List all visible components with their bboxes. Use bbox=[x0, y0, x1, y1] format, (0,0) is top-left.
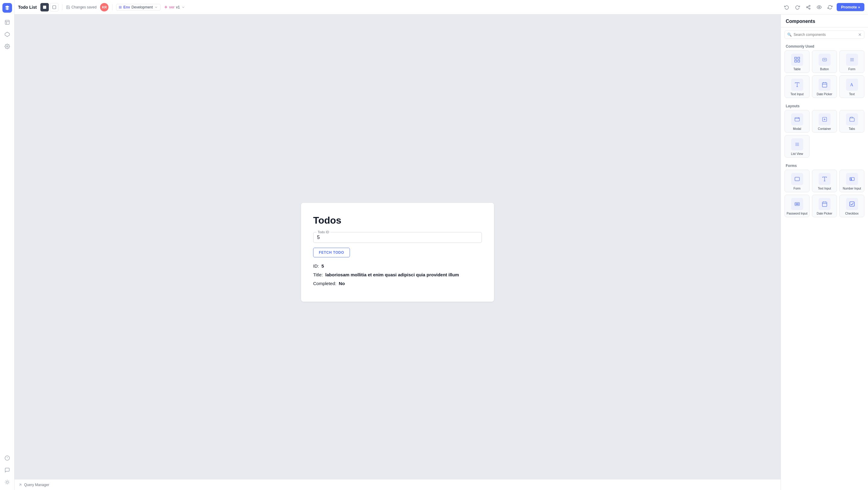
svg-text:1: 1 bbox=[850, 178, 852, 181]
svg-rect-10 bbox=[53, 5, 56, 9]
component-item-password-input[interactable]: Password Input bbox=[784, 195, 809, 217]
component-icon bbox=[791, 198, 803, 210]
svg-point-13 bbox=[809, 8, 810, 9]
component-item-form[interactable]: Form bbox=[839, 50, 864, 73]
component-icon bbox=[791, 54, 803, 66]
env-selector[interactable]: ⊞ Env Development bbox=[116, 4, 161, 10]
component-icon bbox=[846, 198, 858, 210]
component-item-form[interactable]: Form bbox=[784, 170, 809, 192]
svg-point-54 bbox=[796, 204, 797, 205]
top-header: Todo List Changes saved KR ⊞ Env Develop… bbox=[14, 0, 868, 14]
todo-title-display: Title: laboriosam mollitia et enim quasi… bbox=[313, 272, 482, 277]
svg-rect-17 bbox=[795, 57, 796, 59]
component-icon bbox=[818, 113, 831, 125]
component-label: Form bbox=[794, 187, 801, 190]
component-icon bbox=[791, 173, 803, 185]
component-label: Number Input bbox=[843, 187, 861, 190]
svg-point-8 bbox=[6, 481, 8, 483]
svg-rect-45 bbox=[795, 177, 799, 181]
component-label: Modal bbox=[793, 127, 801, 130]
version-selector[interactable]: ❖ ver v1 bbox=[164, 5, 185, 9]
user-avatar[interactable]: KR bbox=[100, 3, 108, 11]
component-item-tabs[interactable]: Tabs bbox=[839, 110, 864, 132]
todo-completed-display: Completed: No bbox=[313, 281, 482, 286]
component-label: Date Picker bbox=[817, 93, 832, 96]
todo-id-input[interactable] bbox=[317, 234, 478, 240]
component-item-list-view[interactable]: List View bbox=[784, 135, 809, 158]
svg-point-16 bbox=[818, 7, 820, 8]
component-label: Table bbox=[794, 67, 801, 71]
svg-rect-35 bbox=[795, 118, 799, 121]
sidebar-icon-theme[interactable] bbox=[2, 477, 12, 487]
component-item-modal[interactable]: Modal bbox=[784, 110, 809, 132]
svg-rect-20 bbox=[798, 60, 799, 62]
component-icon bbox=[791, 138, 803, 150]
component-search-input[interactable] bbox=[794, 33, 856, 37]
forms-label: Forms bbox=[781, 161, 868, 170]
component-item-text[interactable]: AText bbox=[839, 75, 864, 98]
component-icon bbox=[846, 113, 858, 125]
component-label: Container bbox=[818, 127, 831, 130]
component-item-checkbox[interactable]: Checkbox bbox=[839, 195, 864, 217]
component-item-date-picker[interactable]: Date Picker bbox=[812, 195, 837, 217]
mode-preview-btn[interactable] bbox=[50, 3, 59, 11]
svg-rect-19 bbox=[795, 60, 796, 62]
component-item-text-input[interactable]: Text Input bbox=[784, 75, 809, 98]
sidebar-icon-settings[interactable] bbox=[2, 41, 12, 51]
svg-text:A: A bbox=[850, 82, 853, 87]
todo-id-label: Todo ID bbox=[316, 230, 330, 234]
redo-btn[interactable] bbox=[793, 3, 802, 11]
component-icon: A bbox=[846, 79, 858, 91]
commonly-used-label: Commonly Used bbox=[781, 42, 868, 50]
component-label: Text bbox=[849, 93, 855, 96]
component-item-text-input[interactable]: Text Input bbox=[812, 170, 837, 192]
app-title: Todo List bbox=[18, 5, 37, 10]
query-manager-toggle[interactable]: Query Manager bbox=[18, 483, 49, 487]
preview-btn[interactable] bbox=[815, 3, 824, 11]
search-close-icon[interactable]: ✕ bbox=[858, 32, 862, 37]
fetch-todo-button[interactable]: FETCH TODO bbox=[313, 248, 350, 257]
svg-marker-3 bbox=[5, 32, 9, 37]
todo-card: Todos Todo ID FETCH TODO ID: 5 Title: la… bbox=[301, 203, 494, 302]
bottom-bar: Query Manager bbox=[14, 479, 781, 490]
component-icon bbox=[791, 79, 803, 91]
component-item-container[interactable]: Container bbox=[812, 110, 837, 132]
svg-point-12 bbox=[807, 7, 808, 8]
commonly-used-grid: TableButtonFormText InputDate PickerATex… bbox=[781, 50, 868, 101]
svg-rect-18 bbox=[798, 57, 799, 59]
sidebar-icon-components[interactable] bbox=[2, 30, 12, 39]
sidebar-icon-pages[interactable] bbox=[2, 18, 12, 27]
component-icon bbox=[791, 113, 803, 125]
component-item-number-input[interactable]: 1Number Input bbox=[839, 170, 864, 192]
header-divider-1 bbox=[62, 4, 62, 10]
app-logo[interactable] bbox=[2, 3, 12, 13]
svg-point-23 bbox=[824, 59, 825, 60]
left-sidebar bbox=[0, 0, 14, 490]
component-item-button[interactable]: Button bbox=[812, 50, 837, 73]
svg-line-14 bbox=[808, 7, 809, 8]
sidebar-icon-plugins[interactable] bbox=[2, 453, 12, 463]
share-btn[interactable] bbox=[804, 3, 812, 11]
svg-rect-57 bbox=[822, 202, 827, 207]
promote-button[interactable]: Promote » bbox=[837, 3, 864, 11]
component-label: Tabs bbox=[849, 127, 855, 130]
component-item-table[interactable]: Table bbox=[784, 50, 809, 73]
component-item-date-picker[interactable]: Date Picker bbox=[812, 75, 837, 98]
search-icon: 🔍 bbox=[787, 33, 792, 37]
refresh-btn[interactable] bbox=[826, 3, 834, 11]
svg-point-56 bbox=[798, 204, 799, 205]
sidebar-icon-chat[interactable] bbox=[2, 465, 12, 475]
layouts-label: Layouts bbox=[781, 101, 868, 110]
mode-design-btn[interactable] bbox=[40, 3, 49, 11]
component-icon bbox=[818, 54, 831, 66]
forms-grid: FormText Input1Number InputPassword Inpu… bbox=[781, 170, 868, 221]
component-label: Date Picker bbox=[817, 212, 832, 215]
component-label: Text Input bbox=[818, 187, 831, 190]
component-label: Checkbox bbox=[845, 212, 858, 215]
canvas-area: Todos Todo ID FETCH TODO ID: 5 Title: la… bbox=[14, 14, 781, 490]
svg-rect-30 bbox=[822, 83, 827, 87]
component-icon bbox=[846, 54, 858, 66]
components-panel: Components 🔍 ✕ Commonly Used TableButton… bbox=[781, 14, 868, 490]
undo-btn[interactable] bbox=[782, 3, 791, 11]
component-icon bbox=[818, 79, 831, 91]
